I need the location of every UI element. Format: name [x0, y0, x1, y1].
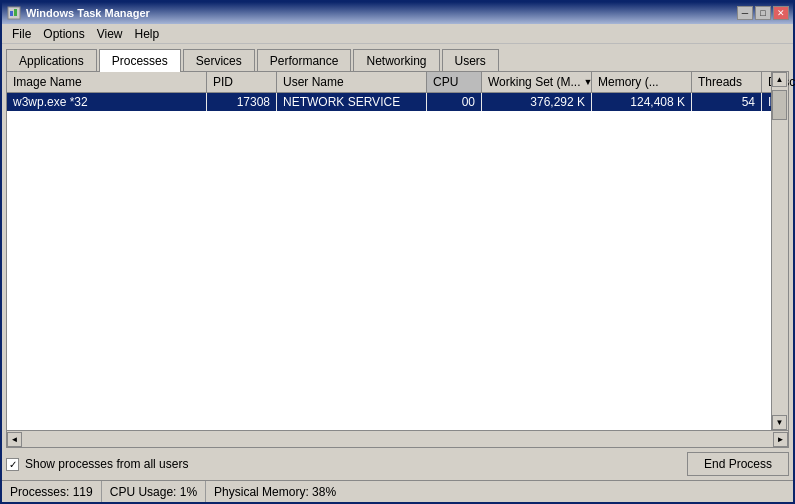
col-header-image[interactable]: Image Name — [7, 72, 207, 92]
col-header-user[interactable]: User Name — [277, 72, 427, 92]
table-body: w3wp.exe *32 17308 NETWORK SERVICE 00 37… — [7, 93, 788, 430]
col-header-cpu[interactable]: CPU — [427, 72, 482, 92]
scroll-up-button[interactable]: ▲ — [772, 72, 787, 87]
window-title: Windows Task Manager — [26, 7, 150, 19]
bottom-controls: ✓ Show processes from all users End Proc… — [6, 452, 789, 476]
tab-users[interactable]: Users — [442, 49, 499, 72]
svg-rect-1 — [10, 11, 13, 16]
status-cpu: CPU Usage: 1% — [102, 481, 206, 502]
show-all-users-control: ✓ Show processes from all users — [6, 457, 188, 471]
cell-wset: 376,292 K — [482, 93, 592, 111]
table-header: Image Name PID User Name CPU Working Set… — [7, 72, 788, 93]
cell-image: w3wp.exe *32 — [7, 93, 207, 111]
show-all-users-checkbox[interactable]: ✓ — [6, 458, 19, 471]
status-processes: Processes: 119 — [2, 481, 102, 502]
menu-options[interactable]: Options — [37, 25, 90, 43]
cell-user: NETWORK SERVICE — [277, 93, 427, 111]
sort-arrow-wset: ▼ — [583, 77, 592, 87]
process-table-area: Image Name PID User Name CPU Working Set… — [6, 71, 789, 431]
end-process-button[interactable]: End Process — [687, 452, 789, 476]
tabs-bar: Applications Processes Services Performa… — [2, 44, 793, 71]
tab-processes[interactable]: Processes — [99, 49, 181, 72]
vertical-scrollbar[interactable]: ▲ ▼ — [771, 72, 788, 430]
close-button[interactable]: ✕ — [773, 6, 789, 20]
task-manager-window: Windows Task Manager ─ □ ✕ File Options … — [0, 0, 795, 504]
cell-cpu: 00 — [427, 93, 482, 111]
scroll-thumb[interactable] — [772, 90, 787, 120]
menu-bar: File Options View Help — [2, 24, 793, 44]
minimize-button[interactable]: ─ — [737, 6, 753, 20]
hscroll-track — [22, 432, 773, 447]
hscroll-right-button[interactable]: ► — [773, 432, 788, 447]
menu-help[interactable]: Help — [129, 25, 166, 43]
hscroll-left-button[interactable]: ◄ — [7, 432, 22, 447]
cell-mem: 124,408 K — [592, 93, 692, 111]
scroll-down-button[interactable]: ▼ — [772, 415, 787, 430]
maximize-button[interactable]: □ — [755, 6, 771, 20]
tab-applications[interactable]: Applications — [6, 49, 97, 72]
title-buttons: ─ □ ✕ — [737, 6, 789, 20]
show-all-users-label: Show processes from all users — [25, 457, 188, 471]
col-header-threads[interactable]: Threads — [692, 72, 762, 92]
tab-services[interactable]: Services — [183, 49, 255, 72]
svg-rect-2 — [14, 9, 17, 16]
tab-networking[interactable]: Networking — [353, 49, 439, 72]
menu-view[interactable]: View — [91, 25, 129, 43]
checkbox-check-icon: ✓ — [9, 459, 17, 470]
col-header-pid[interactable]: PID — [207, 72, 277, 92]
col-header-mem[interactable]: Memory (... — [592, 72, 692, 92]
status-memory: Physical Memory: 38% — [206, 481, 344, 502]
status-bar: Processes: 119 CPU Usage: 1% Physical Me… — [2, 480, 793, 502]
app-icon — [6, 5, 22, 21]
title-bar: Windows Task Manager ─ □ ✕ — [2, 2, 793, 24]
col-header-wset[interactable]: Working Set (M... ▼ — [482, 72, 592, 92]
title-bar-left: Windows Task Manager — [6, 5, 150, 21]
cell-pid: 17308 — [207, 93, 277, 111]
tab-performance[interactable]: Performance — [257, 49, 352, 72]
table-row[interactable]: w3wp.exe *32 17308 NETWORK SERVICE 00 37… — [7, 93, 788, 111]
horizontal-scrollbar[interactable]: ◄ ► — [6, 431, 789, 448]
cell-threads: 54 — [692, 93, 762, 111]
menu-file[interactable]: File — [6, 25, 37, 43]
